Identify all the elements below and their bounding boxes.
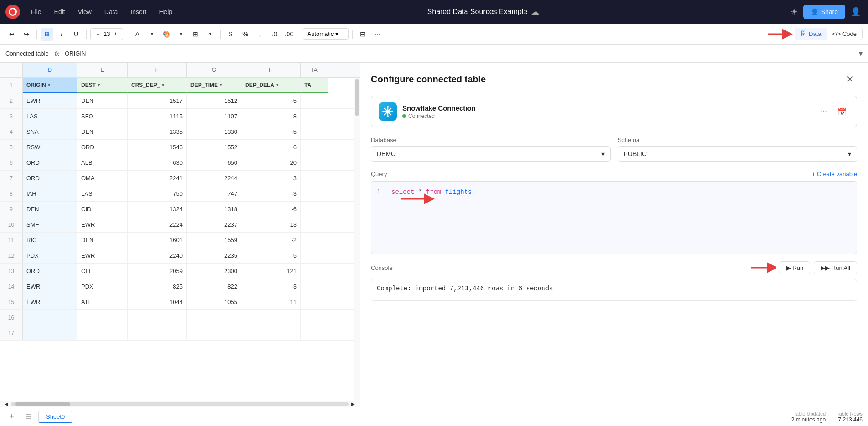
cell-e-4[interactable]: DEN (77, 124, 128, 139)
cell-f-4[interactable]: 1335 (128, 124, 187, 139)
cell-h-3[interactable]: -8 (241, 109, 301, 124)
col-header-F[interactable]: F (128, 63, 187, 77)
cell-h-2[interactable]: -5 (241, 93, 301, 108)
cell-h-5[interactable]: 6 (241, 140, 301, 155)
connection-calendar-button[interactable]: 📅 (835, 104, 849, 119)
header-chevron-origin[interactable]: ▾ (48, 82, 50, 87)
cell-ta-5[interactable] (301, 140, 328, 155)
menu-edit[interactable]: Edit (49, 5, 71, 18)
vertical-scrollbar[interactable] (354, 77, 360, 401)
menu-view[interactable]: View (72, 5, 97, 18)
cell-f-7[interactable]: 2241 (128, 171, 187, 186)
header-cell-dest[interactable]: DEST ▾ (77, 78, 128, 93)
cell-e-9[interactable]: CID (77, 202, 128, 217)
cell-d-3[interactable]: LAS (23, 109, 77, 124)
connection-more-button[interactable]: ··· (817, 104, 831, 119)
cell-d-8[interactable]: IAH (23, 186, 77, 201)
fill-color-button[interactable]: 🎨 (160, 28, 173, 41)
cell-ta-2[interactable] (301, 93, 328, 108)
h-scrollbar[interactable] (11, 402, 349, 406)
cell-g-12[interactable]: 2235 (187, 248, 241, 263)
cell-h-7[interactable]: 3 (241, 171, 301, 186)
cell-e-10[interactable]: EWR (77, 217, 128, 232)
sheet-menu-button[interactable]: ☰ (22, 411, 35, 423)
cell-ta-7[interactable] (301, 171, 328, 186)
cell-ta-14[interactable] (301, 279, 328, 294)
add-sheet-button[interactable]: + (5, 411, 18, 423)
cell-h-6[interactable]: 20 (241, 155, 301, 170)
cell-h-16[interactable] (241, 310, 301, 325)
cell-e-15[interactable]: ATL (77, 294, 128, 309)
cell-g-10[interactable]: 2237 (187, 217, 241, 232)
merge-button[interactable]: ⊟ (356, 28, 369, 41)
cell-ta-17[interactable] (301, 325, 328, 340)
cell-e-7[interactable]: OMA (77, 171, 128, 186)
cell-d-4[interactable]: SNA (23, 124, 77, 139)
cell-d-16[interactable] (23, 310, 77, 325)
cell-g-8[interactable]: 747 (187, 186, 241, 201)
cell-d-10[interactable]: SMF (23, 217, 77, 232)
cell-e-17[interactable] (77, 325, 128, 340)
cell-f-15[interactable]: 1044 (128, 294, 187, 309)
borders-chevron[interactable]: ▾ (204, 28, 216, 41)
cell-d-5[interactable]: RSW (23, 140, 77, 155)
cell-f-11[interactable]: 1601 (128, 233, 187, 248)
cell-f-5[interactable]: 1546 (128, 140, 187, 155)
formula-input[interactable]: ORIGIN (63, 50, 855, 57)
cell-d-6[interactable]: ORD (23, 155, 77, 170)
col-header-D[interactable]: D (23, 63, 77, 77)
cell-d-13[interactable]: ORD (23, 264, 77, 279)
currency-button[interactable]: $ (224, 28, 237, 41)
cell-e-12[interactable]: EWR (77, 248, 128, 263)
cell-ta-10[interactable] (301, 217, 328, 232)
col-header-E[interactable]: E (77, 63, 128, 77)
cell-d-11[interactable]: RIC (23, 233, 77, 248)
header-cell-depdela[interactable]: DEP_DELA ▾ (241, 78, 301, 93)
header-cell-ta[interactable]: TA (301, 78, 328, 93)
cell-ta-13[interactable] (301, 264, 328, 279)
database-select[interactable]: DEMO ▾ (371, 146, 611, 162)
cell-ta-8[interactable] (301, 186, 328, 201)
cell-f-2[interactable]: 1517 (128, 93, 187, 108)
cell-f-8[interactable]: 750 (128, 186, 187, 201)
comma-button[interactable]: , (253, 28, 266, 41)
schema-select[interactable]: PUBLIC ▾ (618, 146, 858, 162)
run-all-button[interactable]: ▶▶ Run All (814, 261, 857, 274)
cell-h-14[interactable]: -3 (241, 279, 301, 294)
cell-h-8[interactable]: -3 (241, 186, 301, 201)
header-cell-crs[interactable]: CRS_DEP_ ▾ (128, 78, 187, 93)
cell-h-4[interactable]: -5 (241, 124, 301, 139)
cell-ta-4[interactable] (301, 124, 328, 139)
cell-e-6[interactable]: ALB (77, 155, 128, 170)
decimal-inc-button[interactable]: .00 (282, 28, 295, 41)
cell-g-13[interactable]: 2300 (187, 264, 241, 279)
header-chevron-dest[interactable]: ▾ (98, 82, 100, 87)
app-logo[interactable] (5, 5, 20, 19)
cell-g-5[interactable]: 1552 (187, 140, 241, 155)
font-size-increase[interactable]: + (111, 30, 120, 39)
cell-e-5[interactable]: ORD (77, 140, 128, 155)
create-variable-button[interactable]: + Create variable (812, 171, 857, 178)
menu-insert[interactable]: Insert (125, 5, 152, 18)
cell-g-16[interactable] (187, 310, 241, 325)
cell-f-6[interactable]: 630 (128, 155, 187, 170)
cell-f-9[interactable]: 1324 (128, 202, 187, 217)
cell-ta-6[interactable] (301, 155, 328, 170)
cell-f-17[interactable] (128, 325, 187, 340)
cell-h-15[interactable]: 11 (241, 294, 301, 309)
cell-g-7[interactable]: 2244 (187, 171, 241, 186)
format-dropdown[interactable]: Automatic ▾ (303, 28, 349, 40)
formula-expand-icon[interactable]: ▾ (859, 49, 863, 58)
percent-button[interactable]: % (239, 28, 252, 41)
header-cell-deptime[interactable]: DEP_TIME ▾ (187, 78, 241, 93)
cell-g-4[interactable]: 1330 (187, 124, 241, 139)
cell-h-10[interactable]: 13 (241, 217, 301, 232)
cell-ta-9[interactable] (301, 202, 328, 217)
header-chevron-deptime[interactable]: ▾ (220, 82, 222, 87)
cell-g-6[interactable]: 650 (187, 155, 241, 170)
query-editor[interactable]: 1 select * from flights (371, 181, 857, 254)
cell-d-14[interactable]: EWR (23, 279, 77, 294)
header-cell-origin[interactable]: ORIGIN ▾ (23, 78, 77, 93)
cell-e-2[interactable]: DEN (77, 93, 128, 108)
col-header-H[interactable]: H (241, 63, 301, 77)
